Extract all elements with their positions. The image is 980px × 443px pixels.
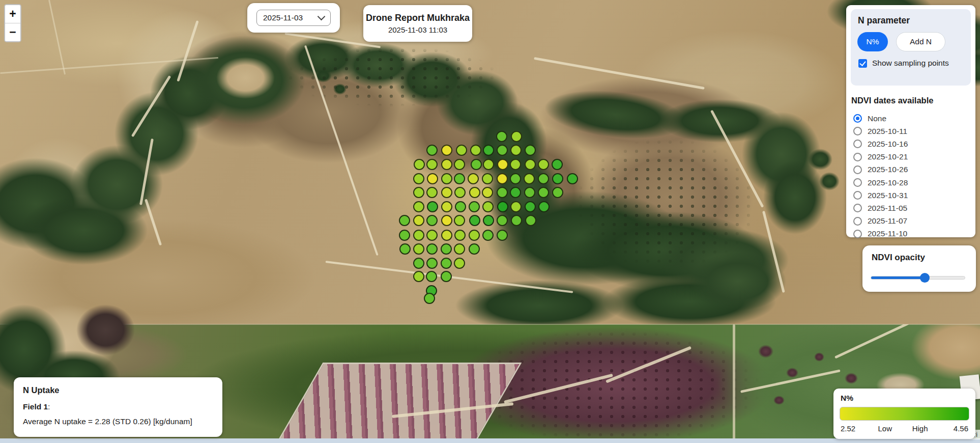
sampling-point[interactable] [468,173,479,184]
sampling-point[interactable] [454,187,466,198]
sampling-point[interactable] [413,187,424,198]
sampling-point[interactable] [538,159,549,170]
sampling-point[interactable] [497,187,508,198]
zoom-in-button[interactable]: + [5,5,20,23]
ndvi-opacity-thumb[interactable] [920,273,930,283]
sampling-point[interactable] [426,159,438,170]
sampling-point[interactable] [510,201,522,212]
sampling-point[interactable] [413,201,424,212]
sampling-point[interactable] [454,173,465,184]
sampling-point[interactable] [552,159,563,170]
sampling-point[interactable] [497,215,508,226]
sampling-point[interactable] [552,187,563,198]
sampling-point[interactable] [497,230,508,241]
sampling-point[interactable] [424,293,435,304]
sampling-point[interactable] [483,159,494,170]
sampling-point[interactable] [441,159,452,170]
sampling-point[interactable] [525,159,536,170]
sampling-point[interactable] [483,215,494,226]
sampling-point[interactable] [482,173,493,184]
sampling-point[interactable] [469,187,480,198]
sampling-point[interactable] [497,145,508,156]
sampling-point[interactable] [510,145,522,156]
sampling-point[interactable] [482,201,494,212]
ndvi-date-option[interactable]: 2025-10-11 [853,125,971,137]
show-sampling-row[interactable]: Show sampling points [858,59,971,68]
sampling-point[interactable] [496,131,507,142]
sampling-point[interactable] [525,201,536,212]
sampling-point[interactable] [538,187,549,198]
date-select[interactable]: 2025-11-03 [256,10,331,26]
sampling-point[interactable] [441,201,452,212]
sampling-point[interactable] [441,258,452,269]
sampling-point[interactable] [497,173,508,184]
sampling-point[interactable] [427,173,438,184]
sampling-point[interactable] [454,258,465,269]
sampling-point[interactable] [413,243,424,255]
sampling-point[interactable] [482,230,494,241]
sampling-point[interactable] [426,215,438,226]
sampling-point[interactable] [441,230,452,241]
sampling-point[interactable] [426,258,438,269]
sampling-point[interactable] [454,230,466,241]
sampling-point[interactable] [524,173,535,184]
ndvi-date-option[interactable]: 2025-11-10 [853,228,971,240]
sampling-point[interactable] [441,145,452,156]
sampling-point[interactable] [414,159,425,170]
sampling-point[interactable] [470,145,481,156]
sampling-point[interactable] [469,215,480,226]
sampling-point[interactable] [497,201,508,212]
sampling-point[interactable] [524,187,535,198]
sampling-point[interactable] [567,173,578,184]
ndvi-date-option[interactable]: 2025-11-07 [853,215,971,228]
sampling-point[interactable] [399,215,410,226]
sampling-point[interactable] [441,173,452,184]
sampling-point[interactable] [454,243,465,255]
sampling-point[interactable] [455,201,466,212]
sampling-point[interactable] [426,145,438,156]
sampling-point[interactable] [413,215,424,226]
sampling-point[interactable] [426,230,438,241]
sampling-point[interactable] [510,173,521,184]
sampling-point[interactable] [454,215,465,226]
sampling-point[interactable] [538,201,550,212]
ndvi-date-option[interactable]: 2025-10-31 [853,189,971,202]
ndvi-date-option[interactable]: None [853,112,971,125]
sampling-point[interactable] [469,201,480,212]
ndvi-date-option[interactable]: 2025-10-26 [853,163,971,176]
sampling-point[interactable] [469,230,480,241]
sampling-point[interactable] [426,243,438,255]
sampling-point[interactable] [399,243,411,255]
sampling-point[interactable] [483,145,494,156]
sampling-point[interactable] [441,243,452,255]
sampling-point[interactable] [525,215,536,226]
sampling-point[interactable] [427,201,438,212]
sampling-point[interactable] [413,258,424,269]
sampling-point[interactable] [454,159,465,170]
sampling-point[interactable] [482,187,493,198]
sampling-point[interactable] [413,230,424,241]
sampling-point[interactable] [441,187,452,198]
sampling-point[interactable] [538,173,549,184]
sampling-point[interactable] [471,159,482,170]
ndvi-date-option[interactable]: 2025-10-28 [853,176,971,189]
sampling-point[interactable] [399,230,410,241]
sampling-point[interactable] [413,173,424,184]
ndvi-opacity-slider[interactable] [871,276,965,280]
ndvi-date-option[interactable]: 2025-10-16 [853,137,971,150]
sampling-point[interactable] [469,243,480,255]
sampling-point[interactable] [525,145,536,156]
sampling-point[interactable] [510,159,521,170]
show-sampling-checkbox[interactable] [858,59,867,68]
ndvi-date-option[interactable]: 2025-10-21 [853,151,971,163]
sampling-point[interactable] [441,215,452,226]
sampling-point[interactable] [510,187,521,198]
zoom-out-button[interactable]: − [5,23,20,41]
sampling-point[interactable] [441,271,452,282]
sampling-point[interactable] [552,173,563,184]
sampling-point[interactable] [413,271,424,282]
sampling-point[interactable] [511,215,522,226]
sampling-point[interactable] [497,159,508,170]
add-n-button[interactable]: Add N [896,32,945,51]
n-percent-button[interactable]: N% [857,32,888,51]
